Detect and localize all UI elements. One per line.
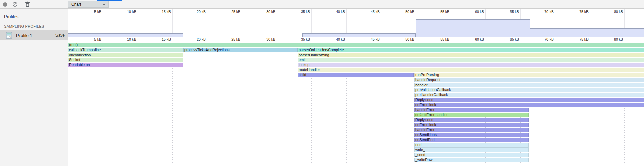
trash-icon: [25, 3, 30, 8]
overview-tick-label: 75 kB: [579, 10, 590, 14]
flame-axis-tick-label: 35 kB: [301, 37, 311, 41]
overview-tick-label: 30 kB: [266, 10, 277, 14]
flame-bar-end[interactable]: end: [414, 143, 529, 147]
view-mode-select[interactable]: Chart: [68, 1, 109, 8]
flame-bar-reply-send[interactable]: Reply.send: [414, 118, 529, 122]
overview-gridline: [277, 9, 277, 37]
overview-gridline: [103, 9, 103, 37]
flame-bar--root-[interactable]: (root): [68, 43, 644, 47]
flame-bar-routehandler[interactable]: routeHandler: [298, 68, 644, 72]
overview-tick-label: 10 kB: [127, 10, 138, 14]
profile-name: Profile 1: [16, 33, 32, 38]
flame-bar-handleerror[interactable]: handleError: [414, 108, 529, 112]
overview-scrubber[interactable]: 5 kB10 kB15 kB20 kB25 kB30 kB35 kB40 kB4…: [68, 9, 644, 37]
flame-axis-tick-label: 55 kB: [440, 37, 451, 41]
flame-bar-socket[interactable]: Socket: [68, 58, 183, 62]
overview-gridline: [346, 9, 347, 37]
overview-tick-label: 65 kB: [510, 10, 520, 14]
clear-all-button[interactable]: [12, 2, 18, 7]
toolbar: Chart: [0, 0, 644, 9]
flame-gridline: [277, 43, 277, 164]
overview-tick-label: 20 kB: [197, 10, 207, 14]
flame-chart-panel: 5 kB10 kB15 kB20 kB25 kB30 kB35 kB40 kB4…: [68, 9, 644, 166]
overview-tick-label: 60 kB: [475, 10, 485, 14]
overview-tick-label: 25 kB: [231, 10, 242, 14]
flame-bar-onconnection[interactable]: onconnection: [68, 53, 183, 57]
toolbar-separator: [21, 2, 21, 7]
overview-gridline: [311, 9, 312, 37]
flame-bar-handler[interactable]: handler: [414, 83, 644, 87]
overview-gridline: [172, 9, 173, 37]
chevron-down-icon: [103, 4, 105, 5]
flame-bar-onerrorhook[interactable]: onErrorHook: [414, 103, 644, 107]
delete-profile-button[interactable]: [25, 1, 30, 7]
flame-bar-handlerequest[interactable]: handleRequest: [414, 78, 644, 82]
save-profile-link[interactable]: Save: [55, 33, 65, 38]
flame-bar-handleerror[interactable]: handleError: [414, 128, 529, 132]
overview-gridline: [207, 9, 207, 37]
flame-bar-parseronheaderscomplete[interactable]: parserOnHeadersComplete: [298, 48, 644, 52]
profiles-sidebar: Profiles SAMPLING PROFILES % Profile 1 S…: [0, 9, 68, 166]
overview-gridline: [242, 9, 242, 37]
flame-chart-axis: 5 kB10 kB15 kB20 kB25 kB30 kB35 kB40 kB4…: [68, 37, 644, 43]
flame-axis-tick-label: 50 kB: [405, 37, 416, 41]
overview-tick-label: 55 kB: [440, 10, 451, 14]
flame-bar--writeraw[interactable]: _writeRaw: [414, 158, 529, 162]
overview-area-step: [302, 33, 416, 37]
flame-axis-tick-label: 25 kB: [231, 37, 242, 41]
flame-chart-rows: (root)callbackTrampolineprocessTicksAndR…: [68, 43, 644, 166]
flame-bar-onsendhook[interactable]: onSendHook: [414, 133, 529, 137]
block-icon: [12, 2, 18, 7]
overview-tick-label: 70 kB: [544, 10, 555, 14]
flame-axis-tick-label: 65 kB: [510, 37, 520, 41]
flame-gridline: [242, 43, 242, 164]
flame-gridline: [207, 43, 207, 164]
overview-tick-label: 45 kB: [371, 10, 381, 14]
profile-document-icon: %: [6, 32, 12, 39]
flame-axis-tick-label: 60 kB: [475, 37, 485, 41]
flame-axis-tick-label: 30 kB: [266, 37, 277, 41]
flame-bar-readable-on[interactable]: Readable.on: [68, 63, 183, 67]
overview-tick-label: 15 kB: [162, 10, 172, 14]
overview-area-step: [68, 33, 183, 37]
flame-bar-runpreparsing[interactable]: runPreParsing: [414, 73, 644, 77]
sidebar-item-profile-1[interactable]: % Profile 1 Save: [0, 30, 68, 40]
flame-bar-prevalidationcallback[interactable]: preValidationCallback: [414, 88, 644, 92]
overview-area-step: [416, 19, 530, 37]
flame-bar-callbacktrampoline[interactable]: callbackTrampoline: [68, 48, 183, 52]
flame-axis-tick-label: 80 kB: [614, 37, 624, 41]
flame-axis-tick-label: 75 kB: [579, 37, 590, 41]
sampling-profiles-section-label: SAMPLING PROFILES: [4, 24, 44, 28]
overview-tick-label: 50 kB: [405, 10, 416, 14]
flame-bar-lookup[interactable]: lookup: [298, 63, 644, 67]
flame-bar-reply-send[interactable]: Reply.send: [414, 98, 644, 102]
flame-bar-defaulterrorhandler[interactable]: defaultErrorHandler: [414, 113, 529, 117]
overview-tick-label: 80 kB: [614, 10, 624, 14]
flame-bar--send[interactable]: _send: [414, 153, 529, 157]
sidebar-title: Profiles: [4, 14, 18, 19]
flame-bar-write-[interactable]: write_: [414, 147, 529, 152]
flame-bar-parseronincoming[interactable]: parserOnIncoming: [298, 53, 644, 57]
overview-gridline: [138, 9, 138, 37]
view-mode-value: Chart: [71, 2, 81, 7]
flame-axis-tick-label: 40 kB: [336, 37, 346, 41]
flame-axis-tick-label: 45 kB: [371, 37, 381, 41]
flame-bar-prehandlercallback[interactable]: preHandlerCallback: [414, 93, 644, 97]
svg-text:%: %: [9, 36, 11, 38]
record-button[interactable]: [3, 2, 7, 7]
flame-axis-tick-label: 5 kB: [94, 37, 103, 41]
overview-area-step: [530, 28, 644, 37]
overview-tick-label: 5 kB: [94, 10, 103, 14]
flame-bar-child[interactable]: child: [298, 73, 414, 77]
overview-tick-label: 35 kB: [301, 10, 311, 14]
flame-bar-processticksandrejections[interactable]: processTicksAndRejections: [183, 48, 298, 52]
flame-bar-onsendend[interactable]: onSendEnd: [414, 138, 529, 142]
flame-axis-tick-label: 10 kB: [127, 37, 138, 41]
flame-bar-onerrorhook[interactable]: onErrorHook: [414, 123, 529, 127]
flame-axis-tick-label: 15 kB: [162, 37, 172, 41]
flame-bar-emit[interactable]: emit: [298, 58, 644, 62]
flame-axis-tick-label: 70 kB: [544, 37, 555, 41]
overview-gridline: [381, 9, 381, 37]
overview-tick-label: 40 kB: [336, 10, 346, 14]
flame-axis-tick-label: 20 kB: [197, 37, 207, 41]
